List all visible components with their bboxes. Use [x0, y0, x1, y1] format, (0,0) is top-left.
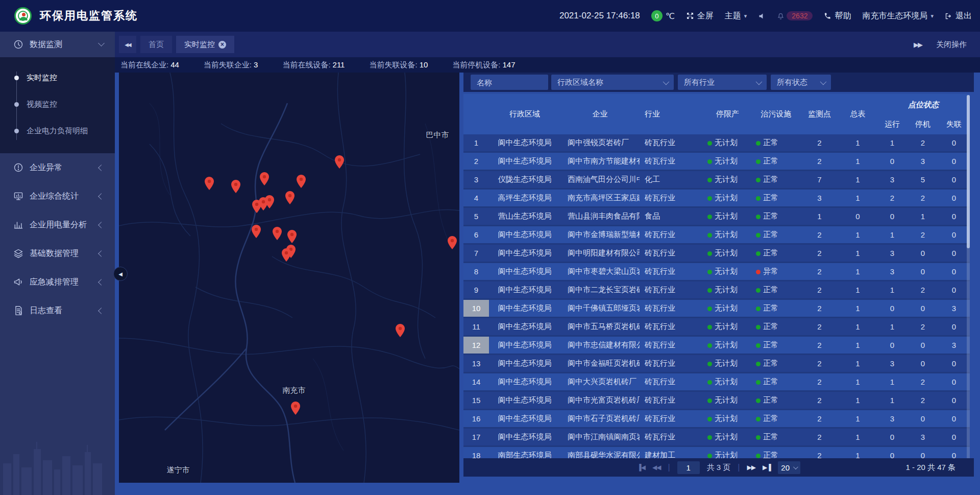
table-row[interactable]: 13阆中生态环境局阆中市金福旺页岩机砖砖瓦行业无计划正常21300	[463, 355, 970, 372]
map-pin-icon[interactable]	[231, 180, 240, 193]
tabs-scroll-left-button[interactable]: ◀◀	[119, 36, 136, 53]
table-row[interactable]: 5营山生态环境局营山县润丰肉食品有限食品无计划正常10010	[463, 208, 970, 225]
table-row[interactable]: 9阆中生态环境局阆中市二龙长宝页岩砖砖瓦行业无计划正常21120	[463, 281, 970, 298]
status-dot	[756, 343, 761, 348]
sidebar-item-3[interactable]: 企业用电量分析	[0, 210, 115, 239]
industry-filter-select[interactable]: 所有行业	[678, 75, 767, 90]
last-page-button[interactable]: ▶▐	[763, 464, 771, 471]
tabs-scroll-right-button[interactable]: ▶▶	[914, 41, 922, 49]
bullet-icon	[14, 102, 19, 107]
offline-count-cell: 0	[938, 396, 970, 405]
stat-value: 44	[170, 60, 179, 69]
sidebar-item-0[interactable]: 数据监测	[0, 32, 115, 57]
map-pin-icon[interactable]	[448, 236, 457, 249]
map-pin-icon[interactable]	[252, 225, 261, 238]
total-meter-cell: 1	[839, 341, 877, 349]
stat-label: 当前在线企业:	[120, 60, 168, 69]
table-row[interactable]: 10阆中生态环境局阆中千佛镇五郎垭页岩砖瓦行业无计划正常21003	[463, 300, 970, 317]
first-page-button[interactable]: ▐◀	[637, 464, 645, 471]
row-index-cell: 10	[463, 300, 489, 317]
table-row[interactable]: 6阆中生态环境局阆中市金博瑞新型墙材砖瓦行业无计划正常21120	[463, 226, 970, 243]
notifications-button[interactable]: 2632	[777, 11, 813, 20]
offline-count-cell: 3	[938, 304, 970, 313]
region-cell: 阆中生态环境局	[489, 322, 560, 332]
chevron-left-icon	[98, 250, 105, 257]
total-pages-label: 共 3 页	[707, 463, 731, 473]
sidebar-item-1[interactable]: 企业异常	[0, 153, 115, 182]
stat-item: 当前在线设备:211	[282, 60, 345, 70]
column-header-monitor: 监测点	[800, 109, 839, 119]
table-row[interactable]: 15阆中生态环境局阆中市光富页岩机砖厂砖瓦行业无计划正常21120	[463, 392, 970, 409]
sidebar-subitem-label: 视频监控	[27, 100, 57, 109]
offline-count-cell: 0	[938, 138, 970, 147]
table-scrollbar[interactable]	[967, 95, 970, 476]
map-pin-icon[interactable]	[297, 175, 306, 188]
limit-production-cell: 无计划	[703, 432, 752, 442]
table-row[interactable]: 16阆中生态环境局阆中市石子页岩机砖厂砖瓦行业无计划正常21300	[463, 410, 970, 427]
close-icon[interactable]: ×	[218, 41, 226, 49]
offline-count-cell: 0	[938, 267, 970, 276]
table-row[interactable]: 12阆中生态环境局阆中市忠信建材有限公砖瓦行业无计划正常21003	[463, 337, 970, 353]
bullet-icon	[14, 76, 19, 80]
map-panel[interactable]: 巴中市南充市遂宁市	[119, 73, 459, 483]
limit-production-cell: 无计划	[703, 230, 752, 240]
help-button[interactable]: 帮助	[824, 11, 851, 21]
tab-首页[interactable]: 首页	[140, 36, 172, 53]
map-collapse-handle[interactable]: ◀	[113, 267, 128, 281]
sidebar-item-4[interactable]: 基础数据管理	[0, 239, 115, 268]
sidebar-item-6[interactable]: 日志查看	[0, 296, 115, 325]
page-size-select[interactable]: 20	[778, 461, 800, 474]
map-pin-icon[interactable]	[335, 155, 344, 169]
sidebar-subitem[interactable]: 企业电力负荷明细	[0, 117, 115, 144]
close-operations-button[interactable]: 关闭操作	[936, 40, 967, 50]
table-row[interactable]: 8阆中生态环境局阆中市枣碧大梁山页岩砖瓦行业无计划异常21300	[463, 263, 970, 280]
table-row[interactable]: 2阆中生态环境局阆中市南方节能建材有砖瓦行业无计划正常21030	[463, 153, 970, 170]
map-pin-icon[interactable]	[265, 195, 274, 208]
org-menu[interactable]: 南充市生态环境局 ▾	[862, 11, 934, 21]
page-number-input[interactable]: 1	[677, 461, 700, 474]
region-cell: 阆中生态环境局	[489, 395, 560, 405]
table-row[interactable]: 4高坪生态环境局南充市高坪区王家店建砖瓦行业无计划正常31220	[463, 190, 970, 206]
map-pin-icon[interactable]	[282, 248, 291, 262]
region-filter-select[interactable]: 行政区域名称	[551, 75, 674, 90]
next-page-button[interactable]: ▶▶	[747, 464, 755, 471]
theme-menu[interactable]: 主题 ▾	[725, 11, 747, 21]
status-filter-select[interactable]: 所有状态	[771, 75, 831, 90]
table-row[interactable]: 11阆中生态环境局阆中市五马桥页岩机砖砖瓦行业无计划正常21120	[463, 318, 970, 335]
map-pin-icon[interactable]	[260, 172, 269, 185]
city-label-巴中市: 巴中市	[426, 130, 449, 140]
column-header-limit: 停限产	[703, 109, 752, 119]
table-row[interactable]: 7阆中生态环境局阆中明阳建材有限公司砖瓦行业无计划正常21300	[463, 245, 970, 262]
sidebar-item-label: 企业综合统计	[30, 191, 79, 202]
table-row[interactable]: 3仪陇生态环境局西南油气田分公司川中化工无计划正常71350	[463, 171, 970, 188]
table-row[interactable]: 18南部生态环境局南部县砚华水泥有限公建材加工无计划正常21000	[463, 447, 970, 458]
map-pin-icon[interactable]	[291, 402, 300, 415]
offline-count-cell: 0	[938, 157, 970, 166]
sidebar-submenu: 实时监控视频监控企业电力负荷明细	[0, 57, 115, 153]
map-pin-icon[interactable]	[287, 230, 297, 243]
region-cell: 阆中生态环境局	[489, 414, 560, 423]
map-pin-icon[interactable]	[396, 324, 405, 337]
table-row[interactable]: 1阆中生态环境局阆中强锐页岩砖厂砖瓦行业无计划正常21120	[463, 134, 970, 151]
prev-page-button[interactable]: ◀◀	[652, 464, 660, 471]
logout-button[interactable]: 退出	[945, 11, 972, 21]
sidebar-item-2[interactable]: 企业综合统计	[0, 182, 115, 210]
table-row[interactable]: 14阆中生态环境局阆中大兴页岩机砖厂砖瓦行业无计划正常21120	[463, 373, 970, 390]
name-filter-input[interactable]	[471, 75, 548, 90]
total-meter-cell: 0	[839, 212, 877, 221]
sidebar-subitem[interactable]: 实时监控	[0, 64, 115, 91]
treatment-cell: 正常	[752, 322, 800, 332]
status-dot	[756, 307, 761, 311]
chevron-down-icon: ▾	[744, 13, 747, 19]
sidebar-subitem[interactable]: 视频监控	[0, 91, 115, 117]
tab-实时监控[interactable]: 实时监控×	[176, 36, 234, 53]
table-row[interactable]: 17阆中生态环境局阆中市江南镇阆南页岩砖瓦行业无计划正常21030	[463, 429, 970, 445]
map-pin-icon[interactable]	[205, 177, 214, 190]
sidebar-item-5[interactable]: 应急减排管理	[0, 268, 115, 296]
tab-label: 实时监控	[184, 40, 215, 50]
map-pin-icon[interactable]	[285, 191, 295, 204]
sound-button[interactable]	[758, 12, 766, 20]
fullscreen-button[interactable]: 全屏	[686, 11, 714, 21]
map-pin-icon[interactable]	[273, 227, 282, 240]
row-index-cell: 2	[463, 153, 489, 170]
